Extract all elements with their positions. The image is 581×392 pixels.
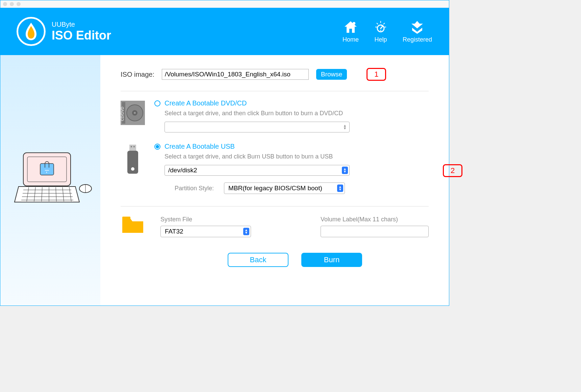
- svg-point-34: [131, 167, 134, 171]
- folder-icon: [121, 216, 145, 234]
- usb-icon: [121, 143, 145, 194]
- svg-line-5: [383, 23, 385, 24]
- svg-rect-32: [133, 146, 135, 147]
- home-icon: [344, 20, 358, 34]
- usb-drive-value: /dev/disk2: [168, 167, 197, 174]
- volume-label-input[interactable]: [321, 226, 429, 237]
- usb-drive-combo[interactable]: /dev/disk2 ▲▼: [165, 165, 350, 176]
- svg-point-2: [380, 30, 381, 31]
- option-dvd-block: CD/DVD Create A Bootable DVD/CD Select a…: [121, 99, 429, 132]
- traffic-light-minimize-icon[interactable]: [10, 2, 14, 6]
- option-dvd-desc: Select a target drive, and then click Bu…: [165, 110, 429, 117]
- brand-title: ISO Editor: [52, 28, 111, 43]
- annotation-1: 1: [367, 68, 386, 81]
- svg-rect-30: [129, 145, 136, 151]
- partition-style-value: MBR(for legacy BIOS/CSM boot): [228, 185, 322, 192]
- divider: [121, 206, 429, 206]
- registered-label: Registered: [403, 36, 432, 43]
- registered-button[interactable]: Registered: [403, 20, 432, 43]
- registered-icon: [410, 20, 424, 34]
- stepper-icon: ▲▼: [342, 167, 348, 174]
- logo-icon: [17, 17, 46, 46]
- app-window: UUByte ISO Editor Home Help R: [0, 0, 449, 306]
- brand-subtitle: UUByte: [52, 21, 111, 28]
- home-button[interactable]: Home: [343, 20, 359, 43]
- option-usb-block: Create A Bootable USB Select a target dr…: [121, 143, 429, 194]
- stepper-icon: ▲▼: [337, 185, 343, 192]
- browse-button[interactable]: Browse: [316, 69, 347, 80]
- svg-text:CD/DVD: CD/DVD: [121, 107, 124, 121]
- stepper-icon: ▲▼: [342, 124, 348, 130]
- sidebar: [0, 55, 100, 305]
- brand: UUByte ISO Editor: [17, 17, 111, 46]
- home-label: Home: [343, 36, 359, 43]
- help-button[interactable]: Help: [374, 20, 388, 43]
- help-label: Help: [374, 36, 387, 43]
- svg-point-29: [134, 112, 136, 114]
- svg-rect-31: [131, 146, 132, 147]
- disc-icon: CD/DVD: [121, 99, 145, 132]
- iso-image-label: ISO image:: [121, 71, 154, 78]
- burn-button[interactable]: Burn: [301, 253, 362, 267]
- action-buttons: Back Burn: [161, 253, 429, 267]
- iso-path-input[interactable]: [162, 69, 309, 80]
- system-file-combo[interactable]: FAT32 ▲▼: [160, 226, 251, 237]
- back-button[interactable]: Back: [228, 253, 288, 267]
- stepper-icon: ▲▼: [243, 228, 249, 235]
- traffic-light-zoom-icon[interactable]: [17, 2, 21, 6]
- header-bar: UUByte ISO Editor Home Help R: [0, 8, 449, 55]
- mac-titlebar: [0, 0, 449, 8]
- svg-line-4: [377, 23, 378, 24]
- traffic-light-close-icon[interactable]: [3, 2, 7, 6]
- volume-label-label: Volume Label(Max 11 chars): [321, 216, 429, 223]
- partition-style-combo[interactable]: MBR(for legacy BIOS/CSM boot) ▲▼: [224, 182, 345, 194]
- option-usb-title: Create A Bootable USB: [165, 143, 235, 150]
- main-panel: ISO image: Browse 1 CD/DVD Create A Boot…: [100, 55, 449, 305]
- option-usb-desc: Select a target drive, and click Burn US…: [165, 153, 429, 160]
- system-file-label: System File: [160, 216, 251, 223]
- svg-rect-10: [40, 164, 54, 175]
- system-file-value: FAT32: [165, 228, 183, 235]
- annotation-2: 2: [443, 164, 462, 177]
- laptop-illustration-icon: [8, 147, 92, 214]
- partition-style-label: Partition Style:: [175, 185, 214, 192]
- radio-dvd[interactable]: [154, 100, 160, 106]
- iso-image-row: ISO image: Browse 1: [121, 68, 429, 91]
- svg-rect-35: [122, 217, 130, 220]
- radio-usb[interactable]: [154, 144, 160, 150]
- header-actions: Home Help Registered: [343, 20, 432, 43]
- option-dvd-title: Create A Bootable DVD/CD: [165, 99, 247, 107]
- bottom-row: System File FAT32 ▲▼ Volume Label(Max 11…: [121, 216, 429, 237]
- help-icon: [374, 20, 388, 34]
- svg-point-0: [353, 22, 355, 25]
- dvd-drive-combo[interactable]: ▲▼: [165, 122, 350, 132]
